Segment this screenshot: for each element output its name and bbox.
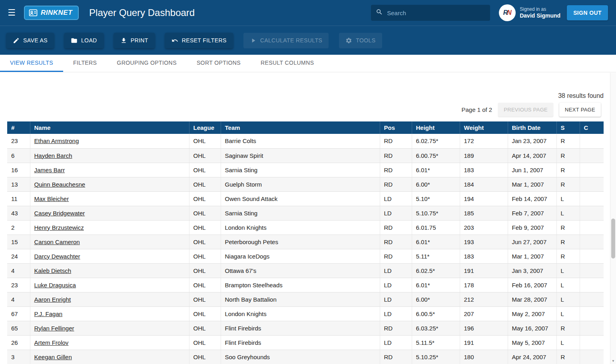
account-area: RN Signed in as David Sigmund bbox=[499, 4, 560, 21]
cell-c bbox=[580, 206, 604, 220]
cell-weight: 191 bbox=[460, 335, 508, 350]
cell-number: 4 bbox=[7, 263, 30, 278]
col-header-name: Name bbox=[30, 121, 189, 134]
cell-team: North Bay Battalion bbox=[221, 292, 380, 306]
cell-weight: 172 bbox=[460, 134, 508, 148]
player-link[interactable]: Henry Brzustewicz bbox=[34, 224, 84, 231]
cell-name: Darcy Dewachter bbox=[30, 249, 189, 263]
cell-height: 5.11* bbox=[412, 249, 460, 263]
badge-icon bbox=[29, 9, 38, 16]
cell-c bbox=[580, 134, 604, 148]
player-link[interactable]: P.J. Fagan bbox=[34, 310, 63, 317]
col-header-pos: Pos bbox=[380, 121, 412, 134]
cell-height: 6.01* bbox=[412, 163, 460, 177]
scroll-down-arrow-icon[interactable]: ▼ bbox=[610, 358, 616, 364]
cell-birth-date: Jun 1, 2007 bbox=[508, 163, 556, 177]
results-area: 38 results found Page 1 of 2 PREVIOUS PA… bbox=[0, 92, 616, 364]
cell-height: 6.01* bbox=[412, 235, 460, 249]
search-input[interactable] bbox=[387, 10, 485, 16]
scrollbar-thumb[interactable] bbox=[611, 219, 615, 259]
tab-grouping-options[interactable]: GROUPING OPTIONS bbox=[107, 55, 187, 72]
tab-view-results[interactable]: VIEW RESULTS bbox=[0, 55, 63, 72]
player-link[interactable]: Luke Dragusica bbox=[34, 282, 76, 288]
load-button[interactable]: LOAD bbox=[64, 33, 104, 48]
vertical-scrollbar[interactable]: ▼ bbox=[610, 73, 616, 364]
cell-number: 11 bbox=[7, 191, 30, 206]
cell-league: OHL bbox=[189, 235, 221, 249]
cell-weight: 184 bbox=[460, 177, 508, 191]
cell-height: 6.00* bbox=[412, 177, 460, 191]
cell-league: OHL bbox=[189, 134, 221, 148]
load-label: LOAD bbox=[81, 37, 97, 44]
user-name: David Sigmund bbox=[520, 12, 560, 20]
cell-number: 24 bbox=[7, 249, 30, 263]
next-page-button[interactable]: NEXT PAGE bbox=[559, 103, 601, 117]
player-link[interactable]: Casey Bridgewater bbox=[34, 210, 85, 217]
cell-weight: 203 bbox=[460, 220, 508, 235]
col-header-number: # bbox=[7, 121, 30, 134]
player-link[interactable]: Quinn Beauchesne bbox=[34, 181, 86, 188]
cell-number: 67 bbox=[7, 306, 30, 321]
player-link[interactable]: Keegan Gillen bbox=[34, 354, 72, 360]
cell-birth-date: May 2, 2007 bbox=[508, 306, 556, 321]
cell-team: Sarnia Sting bbox=[221, 163, 380, 177]
player-link[interactable]: Darcy Dewachter bbox=[34, 253, 80, 260]
cell-name: Keegan Gillen bbox=[30, 350, 189, 364]
cell-team: Barrie Colts bbox=[221, 134, 380, 148]
cell-shoots: R bbox=[556, 321, 580, 335]
cell-c bbox=[580, 191, 604, 206]
player-link[interactable]: Hayden Barch bbox=[34, 152, 72, 159]
cell-pos: RD bbox=[380, 134, 412, 148]
sign-out-button[interactable]: SIGN OUT bbox=[567, 5, 608, 20]
cell-name: James Barr bbox=[30, 163, 189, 177]
avatar[interactable]: RN bbox=[499, 4, 516, 21]
table-header-row: # Name League Team Pos Height Weight Bir… bbox=[7, 121, 604, 134]
player-link[interactable]: Rylan Fellinger bbox=[34, 325, 74, 332]
table-row: 26Artem FrolovOHLFlint FirebirdsLD5.11.5… bbox=[7, 335, 604, 350]
table-row: 6Hayden BarchOHLSaginaw SpiritRD6.00.75*… bbox=[7, 148, 604, 163]
tabs-bar: VIEW RESULTS FILTERS GROUPING OPTIONS SO… bbox=[0, 55, 616, 72]
player-link[interactable]: Max Bleicher bbox=[34, 195, 69, 202]
player-link[interactable]: Ethan Armstrong bbox=[34, 137, 79, 144]
cell-birth-date: May 16, 2007 bbox=[508, 321, 556, 335]
cell-height: 5.10* bbox=[412, 191, 460, 206]
player-link[interactable]: Kaleb Dietsch bbox=[34, 267, 72, 274]
cell-birth-date: Feb 14, 2007 bbox=[508, 191, 556, 206]
cell-team: London Knights bbox=[221, 306, 380, 321]
cell-pos: RD bbox=[380, 163, 412, 177]
cell-league: OHL bbox=[189, 148, 221, 163]
cell-number: 6 bbox=[7, 148, 30, 163]
cell-pos: RD bbox=[380, 220, 412, 235]
cell-shoots: R bbox=[556, 249, 580, 263]
cell-league: OHL bbox=[189, 191, 221, 206]
cell-team: Flint Firebirds bbox=[221, 335, 380, 350]
cell-birth-date: May 5, 2007 bbox=[508, 335, 556, 350]
table-row: 2Henry BrzustewiczOHLLondon KnightsRD6.0… bbox=[7, 220, 604, 235]
player-link[interactable]: James Barr bbox=[34, 167, 65, 173]
hamburger-menu-icon[interactable]: ☰ bbox=[6, 8, 17, 18]
cell-name: Hayden Barch bbox=[30, 148, 189, 163]
cell-number: 15 bbox=[7, 235, 30, 249]
cell-name: Max Bleicher bbox=[30, 191, 189, 206]
cell-league: OHL bbox=[189, 177, 221, 191]
cell-weight: 194 bbox=[460, 191, 508, 206]
cell-pos: LD bbox=[380, 306, 412, 321]
tab-result-columns[interactable]: RESULT COLUMNS bbox=[251, 55, 324, 72]
save-as-label: SAVE AS bbox=[23, 37, 48, 44]
player-link[interactable]: Artem Frolov bbox=[34, 339, 69, 346]
player-link[interactable]: Aaron Enright bbox=[34, 296, 71, 303]
rinknet-logo[interactable]: RINKNET bbox=[24, 6, 79, 20]
tab-filters[interactable]: FILTERS bbox=[63, 55, 107, 72]
print-button[interactable]: PRINT bbox=[114, 33, 155, 48]
cell-weight: 189 bbox=[460, 148, 508, 163]
cell-shoots: R bbox=[556, 134, 580, 148]
search-box[interactable] bbox=[371, 5, 490, 21]
reset-filters-button[interactable]: RESET FILTERS bbox=[165, 33, 233, 48]
page-indicator: Page 1 of 2 bbox=[461, 106, 492, 113]
cell-number: 23 bbox=[7, 278, 30, 292]
cell-weight: 212 bbox=[460, 292, 508, 306]
tab-sort-options[interactable]: SORT OPTIONS bbox=[187, 55, 251, 72]
cell-c bbox=[580, 335, 604, 350]
save-as-button[interactable]: SAVE AS bbox=[6, 33, 54, 48]
player-link[interactable]: Carson Cameron bbox=[34, 239, 80, 245]
